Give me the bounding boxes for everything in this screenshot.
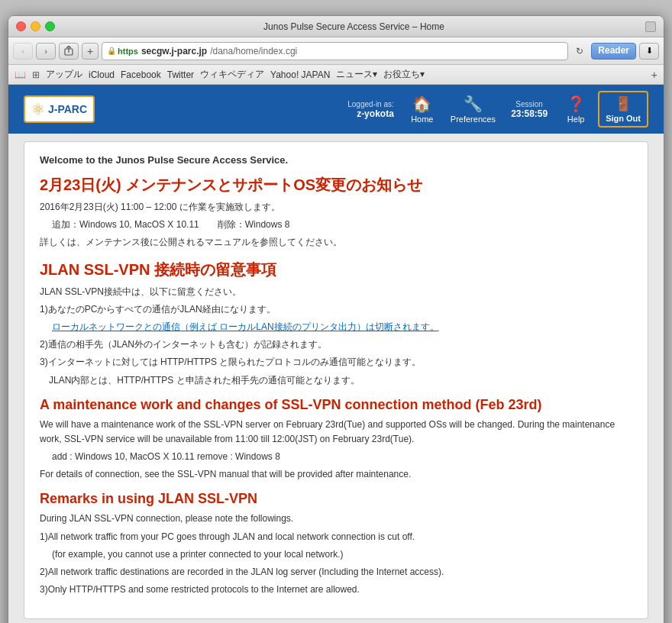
browser-window: Junos Pulse Secure Access Service – Home…	[8, 15, 664, 623]
welcome-text: Welcome to the Junos Pulse Secure Access…	[40, 154, 632, 166]
refresh-button[interactable]: ↻	[571, 43, 588, 60]
home-label: Home	[411, 115, 433, 124]
logo-icon: ⚛	[31, 100, 45, 118]
section4: Remarks in using JLAN SSL-VPN During JLA…	[40, 491, 632, 597]
main-area: Welcome to the Junos Pulse Secure Access…	[8, 134, 664, 623]
section2-body3: ローカルネットワークとの通信（例えば ローカルLAN接続のプリンタ出力）は切断さ…	[52, 320, 632, 334]
section1-body1: 2016年2月23日(火) 11:00 – 12:00 に作業を実施致します。	[40, 200, 632, 215]
section3: A maintenance work and changes of SSL-VP…	[40, 397, 632, 483]
back-button[interactable]: ‹	[13, 43, 33, 60]
section4-body1: During JLAN SSL-VPN connection, please n…	[40, 512, 632, 526]
address-bar[interactable]: 🔒 https secgw.j-parc.jp /dana/home/index…	[102, 42, 568, 60]
help-nav-item[interactable]: ❓ Help	[557, 92, 595, 127]
section2: JLAN SSL-VPN 接続時の留意事項 JLAN SSL-VPN接続中は、以…	[40, 260, 632, 388]
navigation-bar: ‹ › + 🔒 https secgw.j-parc.jp /dana/home…	[8, 37, 664, 65]
bookmarks-grid-icon[interactable]: ⊞	[32, 69, 40, 80]
section1-body2: 追加：Windows 10, MacOS X 10.11 削除：Windows …	[52, 218, 632, 232]
session-time: 23:58:59	[511, 108, 548, 119]
section4-body2: 1)All network traffic from your PC goes …	[40, 530, 632, 544]
preferences-nav-item[interactable]: 🔧 Preferences	[444, 92, 502, 127]
bookmark-oyakudachi[interactable]: お役立ち▾	[383, 68, 425, 81]
section3-body1: We will have a maintenance work of the S…	[40, 418, 632, 447]
preferences-label: Preferences	[451, 115, 496, 124]
section4-body4: 2)All network traffic destinations are r…	[40, 565, 632, 579]
section2-body1: JLAN SSL-VPN接続中は、以下に留意ください。	[40, 285, 632, 299]
forward-button[interactable]: ›	[36, 43, 56, 60]
section1-title: 2月23日(火) メンテナンスとサポートOS変更のお知らせ	[40, 175, 632, 195]
maximize-button[interactable]	[45, 21, 55, 31]
section3-body2: add : Windows 10, MacOS X 10.11 remove :…	[52, 450, 632, 464]
minimize-button[interactable]	[31, 21, 40, 31]
section4-title: Remarks in using JLAN SSL-VPN	[40, 491, 632, 507]
title-bar: Junos Pulse Secure Access Service – Home	[8, 16, 664, 37]
help-label: Help	[567, 115, 585, 124]
bookmark-yahoo[interactable]: Yahoo! JAPAN	[270, 69, 330, 80]
signout-label: Sign Out	[606, 114, 641, 123]
section2-body2: 1)あなたのPCからすべての通信がJLAN経由になります。	[40, 302, 632, 317]
preferences-icon: 🔧	[464, 95, 483, 113]
window-title: Junos Pulse Secure Access Service – Home	[63, 21, 645, 32]
header-right: Logged-in as: z-yokota 🏠 Home 🔧 Preferen…	[347, 91, 648, 128]
logged-in-section: Logged-in as: z-yokota	[347, 100, 394, 119]
signout-icon: 🚪	[615, 95, 632, 112]
home-nav-item[interactable]: 🏠 Home	[403, 92, 441, 127]
logged-in-label: Logged-in as:	[347, 100, 394, 108]
url-path: /dana/home/index.cgi	[210, 46, 297, 56]
bookmarks-bar: 📖 ⊞ アップル iCloud Facebook Twitter ウィキペディア…	[8, 65, 664, 85]
site-header: ⚛ J-PARC Logged-in as: z-yokota 🏠 Home 🔧…	[8, 85, 664, 134]
content-box: Welcome to the Junos Pulse Secure Access…	[24, 141, 648, 619]
section3-title: A maintenance work and changes of SSL-VP…	[40, 397, 632, 413]
bookmark-news[interactable]: ニュース▾	[336, 68, 377, 81]
section3-body3: For details of connection, see the SSL-V…	[40, 467, 632, 482]
signout-button[interactable]: 🚪 Sign Out	[598, 91, 648, 128]
logo-area: ⚛ J-PARC	[24, 95, 95, 123]
session-section: Session 23:58:59	[505, 97, 554, 122]
url-domain: secgw.j-parc.jp	[141, 46, 207, 56]
logged-in-user: z-yokota	[347, 108, 394, 119]
section4-body5: 3)Only HTTP/HTTPS and some restricted pr…	[40, 583, 632, 597]
bookmark-facebook[interactable]: Facebook	[121, 69, 161, 80]
section2-body5: 3)インターネットに対しては HTTP/HTTPS と限られたプロトコルのみ通信…	[40, 355, 632, 370]
share-button[interactable]	[59, 43, 79, 60]
bookmarks-overflow[interactable]: +	[651, 69, 657, 81]
bookmark-twitter[interactable]: Twitter	[167, 69, 194, 80]
section1: 2月23日(火) メンテナンスとサポートOS変更のお知らせ 2016年2月23日…	[40, 175, 632, 250]
lock-icon: 🔒	[107, 47, 116, 55]
page-content: ⚛ J-PARC Logged-in as: z-yokota 🏠 Home 🔧…	[8, 85, 664, 623]
https-badge: 🔒 https	[107, 47, 138, 56]
logo-text: J-PARC	[48, 103, 87, 115]
section2-body4: 2)通信の相手先（JLAN外のインターネットも含む）が記録されます。	[40, 337, 632, 352]
home-icon: 🏠	[412, 95, 431, 113]
reader-button[interactable]: Reader	[591, 43, 636, 60]
session-label: Session	[515, 100, 543, 108]
bookmark-icloud[interactable]: iCloud	[89, 69, 115, 80]
resize-button[interactable]	[645, 21, 656, 32]
section1-body3: 詳しくは、メンテナンス後に公開されるマニュアルを参照してください。	[40, 235, 632, 250]
logo-box: ⚛ J-PARC	[24, 95, 95, 123]
section2-body6: JLAN内部とは、HTTP/HTTPS と申請された相手先の通信可能となります。	[40, 373, 632, 388]
new-tab-button[interactable]: +	[82, 43, 99, 60]
close-button[interactable]	[16, 21, 26, 31]
bookmark-wikipedia[interactable]: ウィキペディア	[200, 68, 264, 81]
section4-body3: (for example, you cannot use a printer c…	[52, 547, 632, 562]
traffic-lights	[16, 21, 55, 31]
section2-title: JLAN SSL-VPN 接続時の留意事項	[40, 260, 632, 280]
bookmark-apple[interactable]: アップル	[46, 68, 82, 81]
downloads-button[interactable]: ⬇	[639, 43, 659, 60]
help-icon: ❓	[567, 95, 586, 113]
protocol-text: https	[118, 47, 138, 56]
bookmarks-icon[interactable]: 📖	[15, 69, 26, 80]
